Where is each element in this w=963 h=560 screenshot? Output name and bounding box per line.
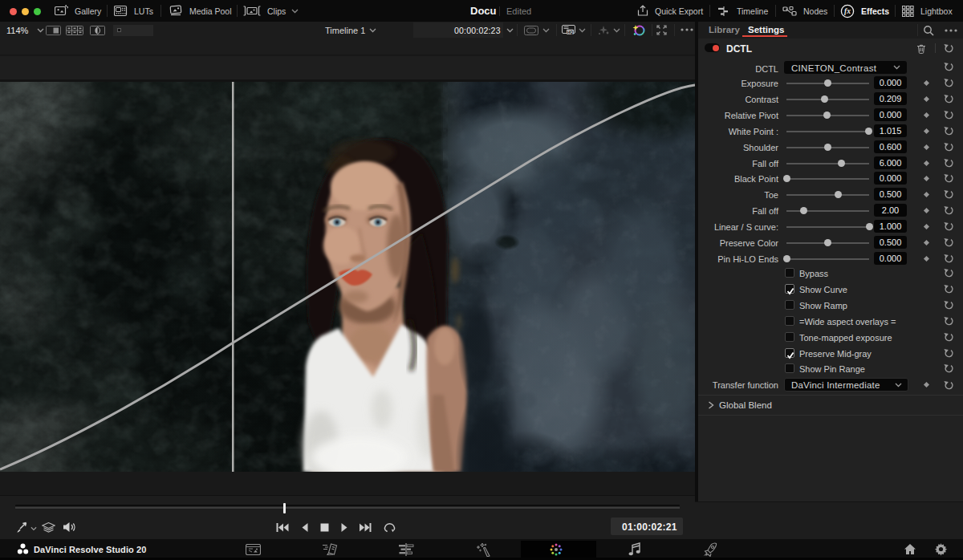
svg-text:fx: fx bbox=[844, 7, 851, 15]
svg-text:HQ: HQ bbox=[567, 30, 574, 34]
